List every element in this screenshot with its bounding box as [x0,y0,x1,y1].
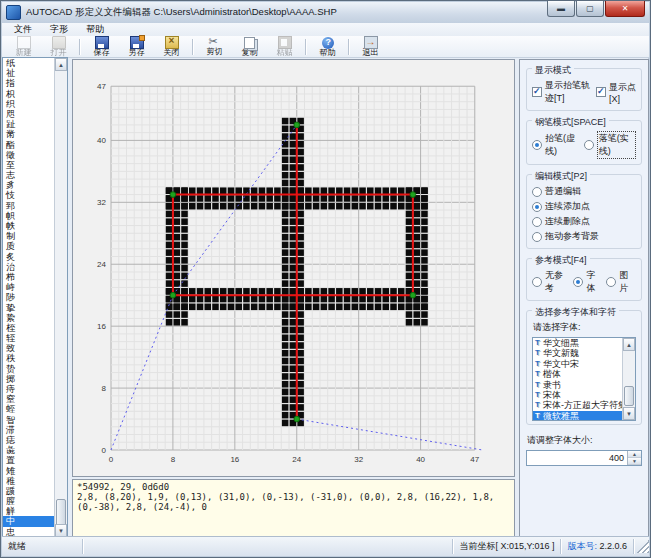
checkbox-show-pen-trace[interactable]: 显示抬笔轨迹[T] [532,79,593,105]
char-list-item[interactable]: 智 [3,415,54,425]
scroll-up-arrow-icon[interactable]: ▲ [623,338,635,351]
toolbar-button-exit[interactable]: 退出 [353,37,388,57]
char-list-item[interactable]: 帙 [3,221,54,231]
char-list-item[interactable]: 陟 [3,292,54,302]
scrollbar-thumb[interactable] [624,386,634,406]
char-list-item[interactable]: 桎 [3,323,54,333]
radio-no-reference[interactable]: 无参考 [532,269,570,295]
font-select-group: 选择参考字体和字符 请选择字体: T华文细黑T华文新魏T华文中宋T楷体T隶书T宋… [526,310,642,425]
char-list-item[interactable]: 指 [3,78,54,88]
char-list-item[interactable]: 咫 [3,109,54,119]
menu-file[interactable]: 文件 [5,22,41,37]
font-listbox[interactable]: T华文细黑T华文新魏T华文中宋T楷体T隶书T宋体T宋体-方正超大字符集T微软雅黑… [532,337,636,421]
char-list-item[interactable]: 帜 [3,211,54,221]
menu-glyph[interactable]: 字形 [41,22,77,37]
toolbar-button-close[interactable]: 关闭 [154,37,189,57]
char-list-item[interactable]: 轾 [3,333,54,343]
char-list-item[interactable]: 踬 [3,486,54,496]
character-list-scrollbar[interactable]: ▲ ▼ [54,58,67,537]
radio-continuous-delete-point[interactable]: 连续删除点 [532,215,590,228]
char-list-item[interactable]: 痣 [3,435,54,445]
toolbar-button-cut[interactable]: 剪切 [197,37,232,57]
char-list-item[interactable]: 中 [3,516,54,526]
radio-pen-down[interactable]: 落笔(实线) [584,131,636,159]
menu-help[interactable]: 帮助 [77,22,113,37]
minimize-button[interactable]: ▬ [547,1,575,17]
char-list-item[interactable]: 纸 [3,58,54,68]
char-list-item[interactable]: 志 [3,170,54,180]
font-list-item[interactable]: T隶书 [533,380,622,390]
shape-code-editor[interactable]: *54992, 29, 0d6d0 2,8, (8,20), 1,9, (0,1… [72,479,515,538]
font-list-item[interactable]: T宋体-方正超大字符集 [533,400,622,410]
spinner-up-icon[interactable]: ▲ [628,451,641,458]
font-list-item[interactable]: T宋体 [533,390,622,400]
char-list-item[interactable]: 炙 [3,252,54,262]
title-bar[interactable]: AUTOCAD 形定义文件编辑器 C:\Users\Administrator\… [2,2,649,24]
char-list-item[interactable]: 膣 [3,496,54,506]
radio-drag-reference-background[interactable]: 拖动参考背景 [532,230,599,243]
radio-label: 图片 [619,269,636,295]
char-list-item[interactable]: 彘 [3,445,54,455]
svg-text:0: 0 [109,455,114,464]
char-list-item[interactable]: 蛭 [3,404,54,414]
radio-font-reference[interactable]: 字体 [573,269,603,295]
char-list-item[interactable]: 酯 [3,140,54,150]
character-listbox[interactable]: 纸祉指枳织咫趾黹酯徵至志豸忮郅帜帙制质炙治栉峙陟挚絷桎轾致秩贽掷痔窒蛭智滞痣彘置… [2,57,68,538]
char-list-item[interactable]: 栉 [3,272,54,282]
char-list-item[interactable]: 制 [3,231,54,241]
font-size-value[interactable]: 400 [527,451,627,465]
close-button[interactable]: ✕ [605,1,645,17]
toolbar-button-saveas[interactable]: 另存 [119,37,154,57]
radio-continuous-add-point[interactable]: 连续添加点 [532,200,590,213]
char-list-item[interactable]: 郅 [3,201,54,211]
radio-image-reference[interactable]: 图片 [606,269,636,295]
char-list-item[interactable]: 置 [3,455,54,465]
char-list-item[interactable]: 雉 [3,466,54,476]
scroll-down-arrow-icon[interactable]: ▼ [623,407,635,420]
char-list-item[interactable]: 贽 [3,364,54,374]
char-list-item[interactable]: 挚 [3,303,54,313]
char-list-item[interactable]: 祉 [3,68,54,78]
resize-grip[interactable] [636,540,649,553]
char-list-item[interactable]: 趾 [3,119,54,129]
char-list-item[interactable]: 稚 [3,476,54,486]
char-list-item[interactable]: 黹 [3,129,54,139]
toolbar-button-copy[interactable]: 复制 [232,37,267,57]
maximize-button[interactable]: ▢ [576,1,604,17]
toolbar-button-help[interactable]: 帮助 [310,37,345,57]
scroll-up-arrow-icon[interactable]: ▲ [55,58,67,71]
char-list-item[interactable]: 窒 [3,394,54,404]
checkbox-show-points[interactable]: 显示点[X] [596,81,636,104]
spinner-down-icon[interactable]: ▼ [628,458,641,465]
char-list-item[interactable]: 至 [3,160,54,170]
char-list-item[interactable]: 絷 [3,313,54,323]
char-list-item[interactable]: 织 [3,99,54,109]
char-list-item[interactable]: 枳 [3,89,54,99]
radio-pen-up[interactable]: 抬笔(虚线) [532,132,581,158]
char-list-item[interactable]: 掷 [3,374,54,384]
char-list-item[interactable]: 质 [3,241,54,251]
char-list-item[interactable]: 忮 [3,190,54,200]
char-list-item[interactable]: 治 [3,262,54,272]
font-list-item[interactable]: T华文新魏 [533,348,622,358]
toolbar-button-save[interactable]: 保存 [84,37,119,57]
font-list-item[interactable]: T楷体 [533,369,622,379]
help-icon [322,37,334,49]
font-size-spinner[interactable]: 400 ▲ ▼ [526,450,642,466]
radio-normal-edit[interactable]: 普通编辑 [532,185,581,198]
font-list-item[interactable]: T微软雅黑 [533,411,622,420]
char-list-item[interactable]: 痔 [3,384,54,394]
char-list-item[interactable]: 峙 [3,282,54,292]
char-list-item[interactable]: 致 [3,343,54,353]
font-list-scrollbar[interactable]: ▲ ▼ [622,338,635,420]
char-list-item[interactable]: 秩 [3,353,54,363]
glyph-grid-canvas[interactable]: 008816162424323240404747 [73,60,514,476]
char-list-item[interactable]: 觯 [3,506,54,516]
char-list-item[interactable]: 豸 [3,180,54,190]
font-list-item[interactable]: T华文细黑 [533,338,622,348]
char-list-item[interactable]: 滞 [3,425,54,435]
svg-text:47: 47 [97,82,106,91]
font-list-item[interactable]: T华文中宋 [533,359,622,369]
char-list-item[interactable]: 徵 [3,150,54,160]
scrollbar-thumb[interactable] [56,499,66,526]
